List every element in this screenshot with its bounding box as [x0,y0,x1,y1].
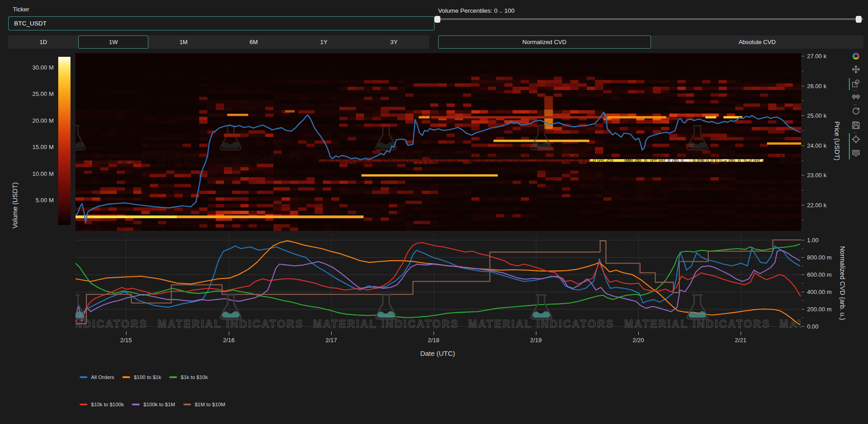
date-tick-label: 2/18 [428,337,439,344]
legend-item[interactable]: $10k to $100k [80,402,124,407]
normalized-cvd-chart[interactable] [76,234,801,332]
legend-label: $10k to $100k [91,402,124,407]
slider-handle-min[interactable] [434,16,440,23]
price-tick-label: 25.00 k [807,112,827,119]
date-tick-label: 2/20 [632,337,644,344]
cvd-tick-label: 400.00 m [807,289,832,295]
date-axis-title: Date (UTC) [420,349,455,357]
firecharts-app: Ticker Volume Percentiles: 0 .. 100 1D1W… [0,0,868,424]
price-volume-heatmap-chart[interactable] [76,53,801,231]
ticker-input[interactable] [8,16,434,30]
volume-percentiles-label: Volume Percentiles: 0 .. 100 [438,7,515,14]
save-image-icon [852,121,860,130]
volume-tick-label: 5.00 M [22,197,54,204]
tick-mark [802,266,803,266]
tick-mark [802,175,804,175]
tick-mark [802,274,804,275]
timeframe-1m-button[interactable]: 1M [148,35,218,49]
pan-icon [852,65,860,74]
save-image-button[interactable] [852,121,861,130]
ticker-label: Ticker [13,6,29,13]
legend-swatch-icon [80,376,87,378]
tick-mark [802,56,804,56]
legend-swatch-icon [132,404,140,405]
tick-mark [802,71,803,71]
cvd-mode-normalized-cvd-button[interactable]: Normalized CVD [438,35,651,49]
modebar-active-indicator [849,78,850,90]
volume-percentiles-slider-track[interactable] [436,18,863,20]
legend-item[interactable]: All Orders [80,374,114,380]
volume-tick-label: 15.00 M [22,144,54,150]
tick-mark [802,326,804,327]
timeframe-1d-button[interactable]: 1D [8,35,78,49]
tick-mark [802,160,803,161]
tick-mark [802,100,803,101]
reset-axes-button[interactable] [852,107,861,116]
legend-row-1: All Orders$100 to $1k$1k to $10k [80,374,208,380]
tick-mark [229,332,229,335]
tick-mark [434,332,434,335]
cvd-tick-label: 800.00 m [807,254,832,260]
price-tick-label: 23.00 k [807,172,827,179]
tick-mark [802,309,804,309]
modebar-separator [853,90,857,91]
box-zoom-button[interactable] [852,79,861,88]
tick-mark [802,86,804,86]
plotly-logo-button[interactable] [852,52,861,61]
cvd-mode-absolute-cvd-button[interactable]: Absolute CVD [651,35,864,49]
modebar-separator [853,105,857,105]
toggle-spikelines-button[interactable] [852,135,861,144]
tick-mark [802,292,804,292]
volume-tick-label: 20.00 M [22,117,54,124]
toggle-spikelines-icon [852,135,860,144]
timeframe-1w-button[interactable]: 1W [78,35,148,49]
legend-item[interactable]: $1M to $10M [183,402,225,407]
modebar-separator [853,132,857,133]
box-zoom-icon [852,79,860,88]
tick-mark [802,318,803,318]
reset-axes-icon [852,107,860,115]
timeframe-button-group: 1D1W1M6M1Y3Y [8,35,429,49]
cvd-tick-label: 600.00 m [807,271,832,278]
legend-item[interactable]: $100k to $1M [132,402,175,407]
price-tick-label: 26.00 k [807,82,827,89]
date-tick-label: 2/19 [530,337,541,344]
timeframe-3y-button[interactable]: 3Y [359,35,429,49]
slider-handle-max[interactable] [856,16,862,23]
legend-swatch-icon [80,404,87,405]
legend-swatch-icon [122,376,130,378]
tick-mark [741,332,741,335]
cvd-tick-label: 1.00 [807,236,818,243]
date-tick-label: 2/16 [223,337,234,344]
price-axis-title: Price (USDT) [833,121,841,160]
date-tick-label: 2/21 [735,337,746,344]
legend-label: $100 to $1k [134,374,161,380]
tick-mark [802,115,804,116]
volume-tick-label: 25.00 M [22,90,54,97]
price-tick-label: 22.00 k [807,201,827,208]
volume-tick-label: 30.00 M [22,64,54,71]
timeframe-1y-button[interactable]: 1Y [289,35,359,49]
pan-button[interactable] [852,65,861,74]
tick-mark [802,145,804,146]
tick-mark [802,249,803,249]
volume-colorbar [58,57,71,225]
hover-mode-button[interactable] [852,149,861,158]
legend-item[interactable]: $100 to $1k [122,374,161,380]
plotly-logo-icon [852,52,860,60]
tick-mark [802,205,804,205]
tick-mark [536,332,536,335]
tick-mark [331,332,332,335]
zoom-in-out-icon [852,93,860,101]
legend-item[interactable]: $1k to $10k [169,374,207,380]
tick-mark [802,130,803,131]
legend-label: $1M to $10M [195,402,225,407]
price-tick-label: 27.00 k [807,52,827,59]
tick-mark [802,220,803,220]
tick-mark [638,332,639,335]
timeframe-6m-button[interactable]: 6M [219,35,289,49]
cvd-tick-label: 200.00 m [807,306,832,313]
hover-mode-icon [852,149,860,158]
tick-mark [802,240,804,240]
zoom-in-out-button[interactable] [852,93,861,102]
